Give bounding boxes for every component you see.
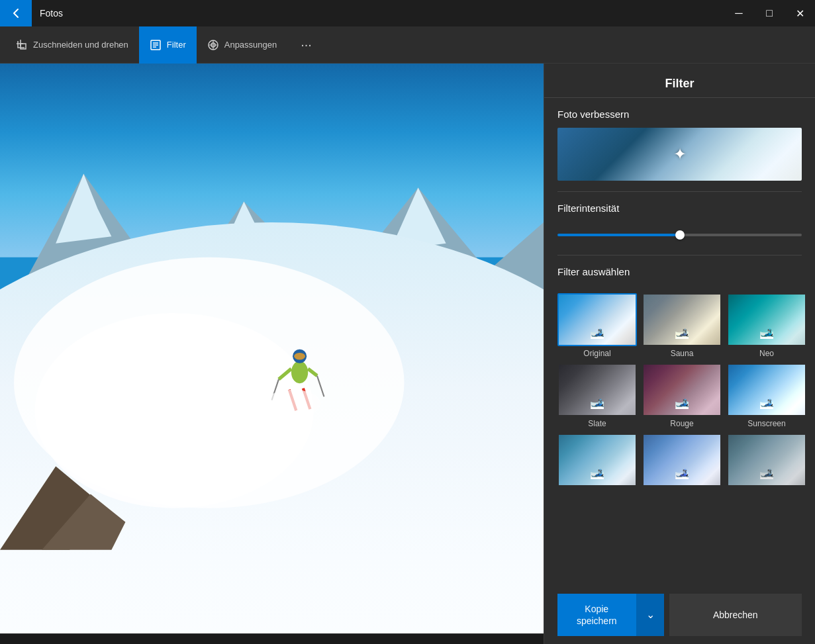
svg-rect-25: [0, 633, 544, 644]
filter-item-sunscreen[interactable]: Sunscreen: [727, 363, 806, 428]
back-icon: [11, 8, 21, 19]
wand-icon: ✦: [673, 145, 687, 163]
filter-thumb-more3: [727, 434, 806, 486]
save-button-group: Kopiespeichern ⌄: [557, 594, 664, 636]
back-button[interactable]: [0, 0, 32, 26]
bottom-buttons: Kopiespeichern ⌄ Abbrechen: [544, 586, 815, 644]
filter-item-sauna[interactable]: Sauna: [642, 293, 722, 358]
filter-thumb-rouge: [642, 363, 722, 416]
crop-tool-button[interactable]: Zuschneiden und drehen: [5, 26, 139, 64]
main-layout: Filter Foto verbessern ✦ Filterintensitä…: [0, 64, 815, 644]
intensity-slider-container: [557, 222, 802, 244]
app-title: Fotos: [32, 8, 724, 19]
filter-thumb-sauna: [642, 293, 722, 346]
intensity-slider[interactable]: [557, 234, 802, 236]
crop-icon: [16, 39, 28, 51]
chevron-down-icon: ⌄: [646, 608, 655, 621]
filter-icon: [150, 39, 162, 51]
svg-rect-0: [21, 44, 26, 49]
filter-thumb-original: [557, 293, 637, 346]
filter-thumb-neo: [727, 293, 806, 346]
maximize-button[interactable]: □: [754, 0, 785, 26]
filter-item-slate[interactable]: Slate: [557, 363, 637, 428]
toolbar: Zuschneiden und drehen Filter Anpassunge…: [0, 26, 815, 64]
enhance-section: Foto verbessern ✦: [544, 98, 815, 191]
filter-grid: Original Sauna Neo Slate: [544, 288, 815, 494]
adjustments-tool-button[interactable]: Anpassungen: [197, 26, 288, 64]
cancel-button[interactable]: Abbrechen: [669, 594, 802, 636]
save-dropdown-button[interactable]: ⌄: [636, 594, 664, 636]
panel-title: Filter: [544, 64, 815, 98]
intensity-title: Filterintensität: [557, 203, 802, 214]
right-panel: Filter Foto verbessern ✦ Filterintensitä…: [544, 64, 815, 644]
window-controls: ─ □ ✕: [724, 0, 815, 26]
intensity-section: Filterintensität: [544, 192, 815, 255]
photo-svg: [0, 64, 544, 644]
minimize-button[interactable]: ─: [724, 0, 754, 26]
crop-tool-label: Zuschneiden und drehen: [33, 40, 128, 50]
enhance-preview[interactable]: ✦: [557, 128, 802, 181]
title-bar: Fotos ─ □ ✕: [0, 0, 815, 26]
filter-preview-slate: [559, 365, 636, 415]
filter-preview-rouge: [644, 365, 720, 415]
filter-preview-more1: [559, 435, 636, 485]
filter-preview-original: [559, 295, 636, 345]
filter-preview-neo: [728, 295, 805, 345]
filter-tool-label: Filter: [167, 40, 186, 50]
filter-thumb-more2: [642, 434, 722, 486]
filter-thumb-more1: [557, 434, 637, 486]
filter-item-rouge[interactable]: Rouge: [642, 363, 722, 428]
filter-label-sauna: Sauna: [671, 349, 694, 358]
save-copy-label: Kopiespeichern: [577, 604, 617, 626]
adjustments-icon: [207, 39, 219, 51]
svg-point-13: [291, 361, 308, 384]
filter-tool-button[interactable]: Filter: [139, 26, 197, 64]
filter-select-title: Filter auswählen: [557, 266, 802, 277]
filter-label-original: Original: [583, 349, 610, 358]
filter-select-section: Filter auswählen: [544, 255, 815, 288]
filter-item-more1[interactable]: [557, 434, 637, 489]
ski-photo: [0, 64, 544, 644]
svg-point-15: [294, 353, 305, 360]
filter-preview-sunscreen: [728, 365, 805, 415]
filter-item-more2[interactable]: [642, 434, 722, 489]
filter-item-neo[interactable]: Neo: [727, 293, 806, 358]
adjustments-tool-label: Anpassungen: [224, 40, 277, 50]
filter-label-slate: Slate: [588, 419, 606, 428]
close-button[interactable]: ✕: [785, 0, 815, 26]
photo-area: [0, 64, 544, 644]
filter-preview-more3: [728, 435, 805, 485]
more-tools-button[interactable]: ···: [293, 32, 320, 58]
enhance-title: Foto verbessern: [557, 109, 802, 120]
filter-label-neo: Neo: [759, 349, 774, 358]
svg-point-22: [265, 390, 320, 418]
filter-label-rouge: Rouge: [670, 419, 693, 428]
save-copy-button[interactable]: Kopiespeichern: [557, 594, 636, 636]
filter-item-more3[interactable]: [727, 434, 806, 489]
filter-item-original[interactable]: Original: [557, 293, 637, 358]
filter-preview-more2: [644, 435, 720, 485]
filter-thumb-sunscreen: [727, 363, 806, 416]
filter-thumb-slate: [557, 363, 637, 416]
filter-label-sunscreen: Sunscreen: [747, 419, 785, 428]
filter-preview-sauna: [644, 295, 720, 345]
